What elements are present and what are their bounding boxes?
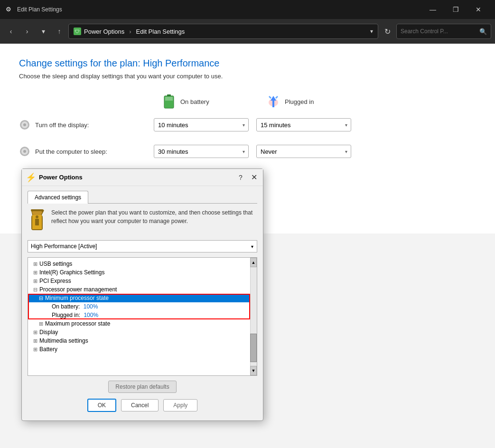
up-button[interactable]: ↑ (52, 24, 66, 38)
intel-label: Intel(R) Graphics Settings (39, 269, 104, 276)
pluggedin-icon (266, 94, 281, 109)
svg-point-7 (23, 123, 26, 126)
battery-expander[interactable]: ⊞ (32, 346, 38, 353)
scrollbar-thumb[interactable] (250, 334, 257, 362)
restore-plan-defaults-button[interactable]: Restore plan defaults (108, 381, 176, 393)
tree-item-onbattery[interactable]: On battery: 100% (28, 302, 257, 311)
tree-item-battery[interactable]: ⊞ Battery (28, 345, 257, 354)
window-title: Edit Plan Settings (17, 6, 418, 13)
pci-label: PCI Express (39, 278, 71, 284)
search-input[interactable] (401, 28, 476, 35)
pluggedin-spacer (81, 312, 83, 318)
battery-col-label: On battery (180, 98, 209, 105)
sleep-battery-dropdown-wrap[interactable]: 30 minutes Never 1 minute 2 minutes 5 mi… (154, 145, 249, 158)
battery-tree-label: Battery (39, 346, 57, 353)
tab-strip: Advanced settings (28, 191, 257, 204)
tree-item-pluggedin[interactable]: Plugged in: 100% (28, 311, 257, 319)
tree-item-multimedia[interactable]: ⊞ Multimedia settings (28, 336, 257, 345)
display-row: Turn off the display: 10 minutes Never 1… (19, 116, 476, 133)
restore-button[interactable]: ❐ (445, 2, 467, 17)
tree-item-intel[interactable]: ⊞ Intel(R) Graphics Settings (28, 268, 257, 277)
address-dropdown-arrow[interactable]: ▾ (370, 28, 373, 35)
scrollbar-track[interactable]: ▲ ▼ (250, 258, 257, 375)
maxproc-label: Maximum processor state (45, 320, 110, 327)
usb-expander[interactable]: ⊞ (32, 261, 38, 267)
dialog-help-button[interactable]: ? (235, 172, 246, 183)
tree-item-minproc[interactable]: ⊟ Minimum processor state (28, 294, 257, 302)
power-options-crumb[interactable]: Power Options (84, 28, 124, 35)
minproc-expander[interactable]: ⊟ (37, 295, 44, 301)
sleep-pluggedin-dropdown-wrap[interactable]: Never 1 minute 2 minutes 5 minutes 10 mi… (256, 145, 351, 158)
svg-rect-1 (167, 94, 171, 96)
maxproc-expander[interactable]: ⊞ (37, 321, 44, 327)
display-row-label: Turn off the display: (35, 121, 154, 129)
sleep-row: Put the computer to sleep: 30 minutes Ne… (19, 143, 476, 160)
display-pluggedin-select[interactable]: 15 minutes Never 1 minute 2 minutes 5 mi… (256, 118, 351, 131)
tree-item-display[interactable]: ⊞ Display (28, 328, 257, 336)
info-section: Select the power plan that you want to c… (28, 208, 257, 234)
power-options-dialog: ⚡ Power Options ? ✕ Advanced settings Se… (21, 168, 263, 421)
sleep-battery-select[interactable]: 30 minutes Never 1 minute 2 minutes 5 mi… (154, 145, 249, 158)
display-battery-dropdown-wrap[interactable]: 10 minutes Never 1 minute 2 minutes 5 mi… (154, 118, 249, 131)
dialog-title: Power Options (39, 174, 233, 181)
column-headers: On battery Plugged in (161, 94, 476, 109)
plan-select[interactable]: High Performance [Active] Balanced Power… (28, 240, 257, 252)
dropdown-button[interactable]: ▾ (36, 24, 50, 38)
svg-rect-12 (35, 219, 39, 225)
dialog-icon: ⚡ (26, 172, 36, 183)
onbattery-spacer (81, 303, 82, 310)
info-icon (28, 209, 47, 234)
pluggedin-label: Plugged in: (52, 312, 80, 318)
scroll-up-button[interactable]: ▲ (250, 258, 257, 267)
dialog-action-buttons: OK Cancel Apply (28, 399, 257, 416)
tree-item-maxproc[interactable]: ⊞ Maximum processor state (28, 319, 257, 328)
pluggedin-value[interactable]: 100% (84, 312, 98, 318)
back-button[interactable]: ‹ (4, 24, 18, 38)
sleep-row-label: Put the computer to sleep: (35, 148, 154, 155)
minimize-button[interactable]: — (422, 2, 444, 17)
multimedia-label: Multimedia settings (39, 337, 88, 344)
display-pluggedin-dropdown-wrap[interactable]: 15 minutes Never 1 minute 2 minutes 5 mi… (256, 118, 351, 131)
battery-icon (161, 94, 177, 109)
dialog-apply-button[interactable]: Apply (163, 399, 197, 411)
tree-item-usb[interactable]: ⊞ USB settings (28, 260, 257, 268)
dialog-body: Advanced settings Select the power plan … (22, 186, 263, 420)
search-box[interactable]: 🔍 (396, 24, 491, 39)
address-bar: ‹ › ▾ ↑ 🛡 Power Options › Edit Plan Sett… (0, 19, 495, 44)
usb-label: USB settings (39, 261, 72, 267)
display-icon (19, 119, 30, 131)
svg-point-10 (23, 150, 26, 153)
tree-item-pci[interactable]: ⊞ PCI Express (28, 277, 257, 285)
tree-item-proc[interactable]: ⊟ Processor power management (28, 285, 257, 294)
sleep-pluggedin-select[interactable]: Never 1 minute 2 minutes 5 minutes 10 mi… (256, 145, 351, 158)
pluggedin-col-label: Plugged in (285, 98, 314, 105)
plan-dropdown-wrap[interactable]: High Performance [Active] Balanced Power… (28, 240, 257, 252)
onbattery-value[interactable]: 100% (84, 303, 98, 310)
dialog-cancel-button[interactable]: Cancel (121, 399, 159, 411)
dialog-titlebar: ⚡ Power Options ? ✕ (22, 169, 263, 186)
forward-button[interactable]: › (20, 24, 34, 38)
minproc-label: Minimum processor state (45, 295, 109, 301)
app-icon: ⚙ (6, 6, 13, 13)
page-subtitle: Choose the sleep and display settings th… (19, 73, 476, 80)
dialog-close-button[interactable]: ✕ (249, 172, 259, 183)
restore-wrap: Restore plan defaults (28, 381, 257, 393)
address-field[interactable]: 🛡 Power Options › Edit Plan Settings ▾ (68, 24, 378, 39)
intel-expander[interactable]: ⊞ (32, 270, 38, 276)
dialog-ok-button[interactable]: OK (87, 399, 116, 412)
multimedia-expander[interactable]: ⊞ (32, 338, 38, 344)
edit-plan-crumb[interactable]: Edit Plan Settings (136, 28, 185, 35)
close-button[interactable]: ✕ (467, 2, 489, 17)
window-controls: — ❐ ✕ (422, 2, 489, 17)
refresh-button[interactable]: ↻ (380, 24, 394, 38)
display-expander[interactable]: ⊞ (32, 329, 38, 336)
pci-expander[interactable]: ⊞ (32, 278, 38, 284)
tree-view[interactable]: ⊞ USB settings ⊞ Intel(R) Graphics Setti… (28, 257, 257, 376)
tab-advanced-settings[interactable]: Advanced settings (28, 191, 88, 204)
info-text: Select the power plan that you want to c… (51, 208, 257, 225)
scroll-down-button[interactable]: ▼ (250, 366, 257, 375)
display-battery-select[interactable]: 10 minutes Never 1 minute 2 minutes 5 mi… (154, 118, 249, 131)
proc-expander[interactable]: ⊟ (32, 287, 38, 293)
svg-rect-3 (165, 101, 173, 107)
proc-label: Processor power management (39, 286, 117, 293)
